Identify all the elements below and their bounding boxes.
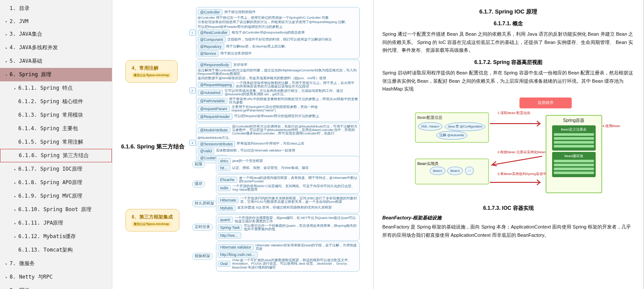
mm-desc: @ModelAttribute方法。 xyxy=(198,136,358,140)
ioc-config-box: Bean配置信息 XML <bean> Java 类 @Configuratio… xyxy=(415,112,489,143)
toc-item[interactable]: 6.1.3. Spring 常用模块 xyxy=(0,108,112,122)
mm-row: @ResponseBody异步请求 xyxy=(198,61,358,68)
mm-row: @Controller 用于标记在一个类上，使用它标记的类就是一个SpringM… xyxy=(198,16,358,20)
mm-row: 该注解用于将Controller的方法返回的对象，通过适当的HttpMessag… xyxy=(198,68,358,77)
mm-row: @requestParam主要用于在SpringMVC后台控制层获取参数，类似一… xyxy=(198,105,358,113)
mm-group-num: 2 xyxy=(189,87,196,94)
cfg-xml: XML <bean> xyxy=(418,122,443,131)
ioc-reg-label: Bean定义注册表 xyxy=(554,127,594,132)
mm-desc: 用于标注控制层组件 xyxy=(224,10,358,14)
mm-group-num: 3 xyxy=(189,140,196,146)
toc-label: 6.1.10. Spring Boot 原理 xyxy=(18,206,92,213)
toc-label: 6.1.12. Mybatis缓存 xyxy=(18,233,76,240)
toc-item[interactable]: ▸5. JAVA基础 xyxy=(0,54,112,68)
cfg-java: Java 类 @Configuration xyxy=(445,122,486,131)
mm-node: http://ww… xyxy=(218,232,241,239)
ioc-spring-hdr: Spring容器 xyxy=(548,118,600,124)
toc-item[interactable]: 6.1.13. Tomcat架构 xyxy=(0,243,112,257)
mm-desc: 实体数据校验，可以结合hibernate validator一起使用 xyxy=(216,149,357,152)
page-2: 6.1.7. Spring IOC 原理 6.1.7.1. 概念 Spring … xyxy=(374,0,644,289)
mm-group-num: 1 xyxy=(189,30,196,36)
toc-item[interactable]: ▸6.1.11. JPA原理 xyxy=(0,216,112,230)
toc-item[interactable]: 6.1.6. Spring 第三方结合 xyxy=(0,149,112,162)
mm-row: Hibernate一个开放源代码的对象关系映射框架，它对JDBC进行了非常轻量级… xyxy=(218,196,358,205)
toc-item[interactable]: ▾6. Spring 原理 xyxy=(0,68,112,81)
toc-label: 6.1.4. Spring 主要包 xyxy=(18,125,78,132)
mm-node: @requestParam xyxy=(198,106,230,112)
chevron-icon: ▸ xyxy=(5,46,10,50)
mm1-root-label: 4、常用注解 xyxy=(132,65,158,71)
mm-desc: 主要用于在SpringMVC后台控制层获取参数，类似一种是request.get… xyxy=(232,105,358,113)
toc-item[interactable]: 1. 目录 xyxy=(0,2,112,15)
chevron-icon: ▸ xyxy=(5,32,10,37)
toc-item[interactable]: ▸4. JAVA多线程并发 xyxy=(0,41,112,54)
mm-desc: 用于将请求URL中的模板变量映射到功能处理方法的参数上，即取出uri模板中的变量… xyxy=(229,97,357,105)
mm-desc: 该注解用于将Controller的方法返回的对象，通过适当的HttpMessag… xyxy=(198,69,358,76)
para-concept: Spring 通过一个配置文件描述 Bean 及 Bean 之间的依赖关系，利用… xyxy=(382,30,634,54)
toc-label: 4. JAVA多线程并发 xyxy=(10,44,58,51)
mm-branch-label: 校验框架 xyxy=(192,253,213,260)
mm-row: OvalOVal 是一个可扩展的Java对象数据验证框架，验证的规则可以通过配置… xyxy=(218,258,358,270)
mm-row: 可以把Request请求header部分的值绑定到方法的参数上 xyxy=(198,25,358,29)
mm-row: 分发处理器将会扫描使用了该注解的类的方法，并检测该方法是否使用了@Request… xyxy=(198,20,358,24)
mm-desc: 返回的数据不是html标签的页面，而是其他某种格式的数据时（如json、xml等… xyxy=(198,77,358,80)
toc-item[interactable]: ▸6.1.1. Spring 特点 xyxy=(0,81,112,95)
mm-row: @Controller用于标注控制层组件 xyxy=(198,9,358,16)
ioc-reg-box: Bean定义注册表 xyxy=(552,125,596,151)
chevron-icon: ▸ xyxy=(5,275,10,279)
mm-row: redis一个开源的使用ANSI C语言编写、支持网络、可基于内存亦可持久化的日… xyxy=(218,184,358,192)
toc-item[interactable]: ▸6.1.9. Spring MVC原理 xyxy=(0,189,112,203)
mm-row: http://blog.csdn.net… xyxy=(218,251,358,258)
toc-item[interactable]: ▸2. JVM xyxy=(0,15,112,27)
mm-desc: Hibernate Validator经常用来验证bean的字段，基于注解，方便… xyxy=(256,244,358,251)
toc-item[interactable]: ▸6.1.7. Spring IOC原理 xyxy=(0,162,112,176)
chevron-icon: ▸ xyxy=(5,59,10,64)
toc-item[interactable]: ▸6.1.12. Mybatis缓存 xyxy=(0,230,112,243)
mm-branch-label: 权限 xyxy=(192,161,205,168)
mm-desc: 是支持普通 SQL查询，存储过程和高级映射的优秀持久层框架 xyxy=(237,206,358,209)
ioc-diagram: 应用程序 Bean配置信息 XML <bean> Java 类 @Configu… xyxy=(415,97,602,198)
toc-item[interactable]: 6.1.4. Spring 主要包 xyxy=(0,122,112,135)
toc-item[interactable]: ▸7. 微服务 xyxy=(0,257,112,270)
mm-group: 权限shirojava的一个安全框架htt…认证、授权、加密、会话管理、与Web… xyxy=(216,156,360,173)
toc-item[interactable]: 6.1.5. Spring 常用注解 xyxy=(0,135,112,149)
toc-sidebar[interactable]: 1. 目录▸2. JVM▸3. JAVA集合▸4. JAVA多线程并发▸5. J… xyxy=(0,0,112,289)
toc-item[interactable]: ▸8. Netty 与RPC xyxy=(0,270,112,284)
toc-item[interactable]: ▸9. 网络 xyxy=(0,284,112,289)
mm-desc: 可以把Request请求header部分的值绑定到方法的参数上 xyxy=(198,25,358,29)
mm2-root: 6、第三方框架集成 微信公众号java-mindmap xyxy=(125,209,179,232)
toc-item[interactable]: ▸6.1.8. Spring APO原理 xyxy=(0,176,112,189)
mm-row: @Component泛指组件，当组件不好归类的时候，我们可以使用这个注解进行标注 xyxy=(198,36,358,43)
ioc-pool-label: Bean缓存池 xyxy=(554,154,594,158)
heading-6-1-7-3: 6.1.7.3. IOC 容器实现 xyxy=(382,205,634,212)
mm-desc: 一个用来处理请求地址映射的注解，可用于类或方法上。用于类上，表示类中的所有响应请… xyxy=(236,81,357,89)
toc-item[interactable]: ▸3. JAVA集合 xyxy=(0,27,112,41)
impl-b2: Bean1 xyxy=(447,167,463,175)
mm-node: Spring-Task xyxy=(218,225,243,231)
arrow-icon xyxy=(490,154,546,167)
ioc-lbl3: 3.将Bean实例放到Spring容器中 xyxy=(498,171,533,176)
toc-label: 6.1.13. Tomcat架构 xyxy=(18,246,73,254)
para-beanfactory: BeanFactory 是 Spring 框架的基础设施，面向 Spring 本… xyxy=(382,223,634,239)
toc-label: 8. Netty 与RPC xyxy=(10,273,53,281)
mm-row: 返回的数据不是html标签的页面，而是其他某种格式的数据时（如json、xml等… xyxy=(198,76,358,81)
mm-desc: @Controller 用于标记在一个类上，使用它标记的类就是一个SpringM… xyxy=(198,16,358,20)
heading-6-1-7-2: 6.1.7.2. Spring 容器高层视图 xyxy=(382,59,634,66)
toc-label: 6.1.2. Spring 核心组件 xyxy=(18,98,83,105)
chevron-icon: ▸ xyxy=(14,167,18,171)
mm-row: @Service用于标注业务层组件 xyxy=(198,50,358,57)
mm-row: @RequestMapping一个用来处理请求地址映射的注解，可用于类或方法上。… xyxy=(198,81,358,89)
mm-branch-label: 缓存 xyxy=(192,181,205,188)
mm-row: @Autowired它可以对类成员变量、方法及构造函数进行标注，完成自动装配的工… xyxy=(198,89,358,97)
mm-row: @RestController相当于@Controller和@responseB… xyxy=(198,29,358,36)
ioc-spring-box: Spring容器 Bean定义注册表 Bean缓存池 xyxy=(546,115,602,193)
toc-item[interactable]: 6.1.2. Spring 核心组件 xyxy=(0,95,112,108)
page-area: 4、常用注解 微信公众号java-mindmap 1@Controller用于标… xyxy=(112,0,644,289)
mm-desc: 可以把Request请求header部分的值绑定到方法的参数上 xyxy=(234,114,358,118)
mm-group: 持久层框架Hibernate一个开放源代码的对象关系映射框架，它对JDBC进行了… xyxy=(216,195,360,213)
mm-node: redis xyxy=(218,185,231,191)
mm-node: @PathVariable xyxy=(198,98,228,104)
mm-node: quartz xyxy=(218,217,233,223)
mm-row: @Valid实体数据校验，可以结合hibernate validator一起使用 xyxy=(198,148,358,155)
toc-item[interactable]: ▸6.1.10. Spring Boot 原理 xyxy=(0,203,112,216)
